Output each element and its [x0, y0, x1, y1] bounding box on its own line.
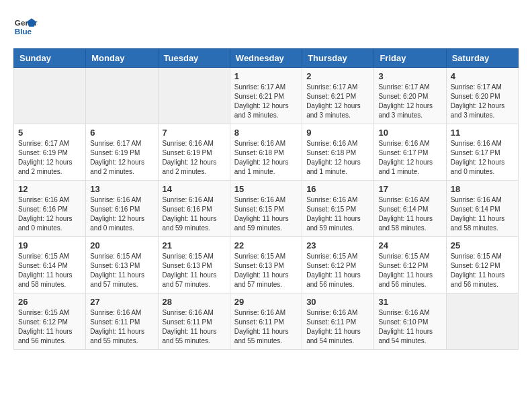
- calendar-cell: 29Sunrise: 6:16 AM Sunset: 6:11 PM Dayli…: [230, 293, 302, 350]
- logo: General Blue: [13, 13, 38, 38]
- calendar-cell: 10Sunrise: 6:16 AM Sunset: 6:17 PM Dayli…: [374, 124, 446, 181]
- day-number: 21: [163, 240, 226, 250]
- day-number: 15: [234, 184, 298, 194]
- day-header-wednesday: Wednesday: [230, 49, 302, 68]
- day-info: Sunrise: 6:17 AM Sunset: 6:19 PM Dayligh…: [90, 139, 153, 177]
- calendar-week-3: 12Sunrise: 6:16 AM Sunset: 6:16 PM Dayli…: [14, 181, 519, 237]
- day-info: Sunrise: 6:17 AM Sunset: 6:21 PM Dayligh…: [234, 83, 298, 120]
- day-number: 7: [163, 128, 226, 138]
- calendar-cell: 20Sunrise: 6:15 AM Sunset: 6:13 PM Dayli…: [86, 237, 158, 293]
- day-info: Sunrise: 6:15 AM Sunset: 6:12 PM Dayligh…: [18, 308, 81, 346]
- day-number: 24: [378, 240, 441, 250]
- day-info: Sunrise: 6:15 AM Sunset: 6:13 PM Dayligh…: [90, 252, 153, 289]
- day-header-saturday: Saturday: [446, 49, 518, 68]
- day-info: Sunrise: 6:17 AM Sunset: 6:20 PM Dayligh…: [378, 83, 441, 120]
- day-info: Sunrise: 6:16 AM Sunset: 6:17 PM Dayligh…: [451, 139, 514, 177]
- day-header-thursday: Thursday: [302, 49, 374, 68]
- day-info: Sunrise: 6:16 AM Sunset: 6:11 PM Dayligh…: [90, 308, 153, 346]
- calendar-cell: 18Sunrise: 6:16 AM Sunset: 6:14 PM Dayli…: [446, 181, 518, 237]
- calendar-cell: 5Sunrise: 6:17 AM Sunset: 6:19 PM Daylig…: [14, 124, 86, 181]
- day-number: 2: [306, 71, 369, 81]
- day-number: 23: [306, 240, 369, 250]
- calendar-cell: 19Sunrise: 6:15 AM Sunset: 6:14 PM Dayli…: [14, 237, 86, 293]
- day-info: Sunrise: 6:15 AM Sunset: 6:12 PM Dayligh…: [378, 252, 441, 289]
- calendar-cell: 2Sunrise: 6:17 AM Sunset: 6:21 PM Daylig…: [302, 68, 374, 124]
- day-info: Sunrise: 6:16 AM Sunset: 6:18 PM Dayligh…: [306, 139, 369, 177]
- day-info: Sunrise: 6:17 AM Sunset: 6:20 PM Dayligh…: [451, 83, 514, 120]
- calendar-cell: 30Sunrise: 6:16 AM Sunset: 6:11 PM Dayli…: [302, 293, 374, 350]
- calendar-cell: 16Sunrise: 6:16 AM Sunset: 6:15 PM Dayli…: [302, 181, 374, 237]
- calendar-week-2: 5Sunrise: 6:17 AM Sunset: 6:19 PM Daylig…: [14, 124, 519, 181]
- day-info: Sunrise: 6:15 AM Sunset: 6:14 PM Dayligh…: [18, 252, 81, 289]
- day-number: 22: [234, 240, 298, 250]
- svg-text:Blue: Blue: [15, 27, 32, 36]
- calendar-cell: 15Sunrise: 6:16 AM Sunset: 6:15 PM Dayli…: [230, 181, 302, 237]
- calendar-cell: 11Sunrise: 6:16 AM Sunset: 6:17 PM Dayli…: [446, 124, 518, 181]
- calendar-cell: 1Sunrise: 6:17 AM Sunset: 6:21 PM Daylig…: [230, 68, 302, 124]
- day-info: Sunrise: 6:16 AM Sunset: 6:19 PM Dayligh…: [163, 139, 226, 177]
- calendar-cell: 23Sunrise: 6:15 AM Sunset: 6:12 PM Dayli…: [302, 237, 374, 293]
- day-info: Sunrise: 6:16 AM Sunset: 6:17 PM Dayligh…: [378, 139, 441, 177]
- calendar-cell: 9Sunrise: 6:16 AM Sunset: 6:18 PM Daylig…: [302, 124, 374, 181]
- day-number: 5: [18, 128, 81, 138]
- day-info: Sunrise: 6:15 AM Sunset: 6:13 PM Dayligh…: [163, 252, 226, 289]
- day-info: Sunrise: 6:15 AM Sunset: 6:12 PM Dayligh…: [451, 252, 514, 289]
- calendar-cell: 4Sunrise: 6:17 AM Sunset: 6:20 PM Daylig…: [446, 68, 518, 124]
- calendar-week-4: 19Sunrise: 6:15 AM Sunset: 6:14 PM Dayli…: [14, 237, 519, 293]
- calendar-week-1: 1Sunrise: 6:17 AM Sunset: 6:21 PM Daylig…: [14, 68, 519, 124]
- day-number: 10: [378, 128, 441, 138]
- calendar-cell: 12Sunrise: 6:16 AM Sunset: 6:16 PM Dayli…: [14, 181, 86, 237]
- day-number: 26: [18, 297, 81, 307]
- day-number: 17: [378, 184, 441, 194]
- day-number: 8: [234, 128, 298, 138]
- calendar-cell: 17Sunrise: 6:16 AM Sunset: 6:14 PM Dayli…: [374, 181, 446, 237]
- calendar-cell: 6Sunrise: 6:17 AM Sunset: 6:19 PM Daylig…: [86, 124, 158, 181]
- day-info: Sunrise: 6:16 AM Sunset: 6:10 PM Dayligh…: [378, 308, 441, 346]
- calendar-cell: 14Sunrise: 6:16 AM Sunset: 6:16 PM Dayli…: [158, 181, 230, 237]
- day-info: Sunrise: 6:16 AM Sunset: 6:16 PM Dayligh…: [163, 195, 226, 233]
- day-info: Sunrise: 6:15 AM Sunset: 6:12 PM Dayligh…: [306, 252, 369, 289]
- day-number: 18: [451, 184, 514, 194]
- calendar-cell: [446, 293, 518, 350]
- calendar-cell: 3Sunrise: 6:17 AM Sunset: 6:20 PM Daylig…: [374, 68, 446, 124]
- calendar-cell: [86, 68, 158, 124]
- logo-icon: General Blue: [13, 13, 38, 38]
- day-info: Sunrise: 6:16 AM Sunset: 6:15 PM Dayligh…: [234, 195, 298, 233]
- day-number: 4: [451, 71, 514, 81]
- day-info: Sunrise: 6:16 AM Sunset: 6:16 PM Dayligh…: [90, 195, 153, 233]
- day-info: Sunrise: 6:15 AM Sunset: 6:13 PM Dayligh…: [234, 252, 298, 289]
- calendar-cell: 26Sunrise: 6:15 AM Sunset: 6:12 PM Dayli…: [14, 293, 86, 350]
- day-number: 13: [90, 184, 153, 194]
- calendar-cell: 13Sunrise: 6:16 AM Sunset: 6:16 PM Dayli…: [86, 181, 158, 237]
- calendar-cell: 28Sunrise: 6:16 AM Sunset: 6:11 PM Dayli…: [158, 293, 230, 350]
- day-info: Sunrise: 6:16 AM Sunset: 6:14 PM Dayligh…: [451, 195, 514, 233]
- day-info: Sunrise: 6:16 AM Sunset: 6:18 PM Dayligh…: [234, 139, 298, 177]
- day-info: Sunrise: 6:16 AM Sunset: 6:14 PM Dayligh…: [378, 195, 441, 233]
- calendar-week-5: 26Sunrise: 6:15 AM Sunset: 6:12 PM Dayli…: [14, 293, 519, 350]
- day-info: Sunrise: 6:16 AM Sunset: 6:11 PM Dayligh…: [234, 308, 298, 346]
- day-number: 14: [163, 184, 226, 194]
- calendar-cell: 31Sunrise: 6:16 AM Sunset: 6:10 PM Dayli…: [374, 293, 446, 350]
- calendar-cell: 27Sunrise: 6:16 AM Sunset: 6:11 PM Dayli…: [86, 293, 158, 350]
- day-number: 12: [18, 184, 81, 194]
- day-info: Sunrise: 6:17 AM Sunset: 6:21 PM Dayligh…: [306, 83, 369, 120]
- day-number: 3: [378, 71, 441, 81]
- day-number: 6: [90, 128, 153, 138]
- day-header-friday: Friday: [374, 49, 446, 68]
- calendar-cell: 24Sunrise: 6:15 AM Sunset: 6:12 PM Dayli…: [374, 237, 446, 293]
- calendar-table: SundayMondayTuesdayWednesdayThursdayFrid…: [13, 48, 519, 350]
- calendar-cell: 21Sunrise: 6:15 AM Sunset: 6:13 PM Dayli…: [158, 237, 230, 293]
- day-number: 28: [163, 297, 226, 307]
- day-number: 31: [378, 297, 441, 307]
- calendar-header-row: SundayMondayTuesdayWednesdayThursdayFrid…: [14, 49, 519, 68]
- day-number: 19: [18, 240, 81, 250]
- day-number: 20: [90, 240, 153, 250]
- day-info: Sunrise: 6:16 AM Sunset: 6:11 PM Dayligh…: [306, 308, 369, 346]
- day-header-sunday: Sunday: [14, 49, 86, 68]
- day-number: 25: [451, 240, 514, 250]
- calendar-cell: 7Sunrise: 6:16 AM Sunset: 6:19 PM Daylig…: [158, 124, 230, 181]
- day-number: 29: [234, 297, 298, 307]
- calendar-cell: 22Sunrise: 6:15 AM Sunset: 6:13 PM Dayli…: [230, 237, 302, 293]
- day-number: 27: [90, 297, 153, 307]
- calendar-cell: [158, 68, 230, 124]
